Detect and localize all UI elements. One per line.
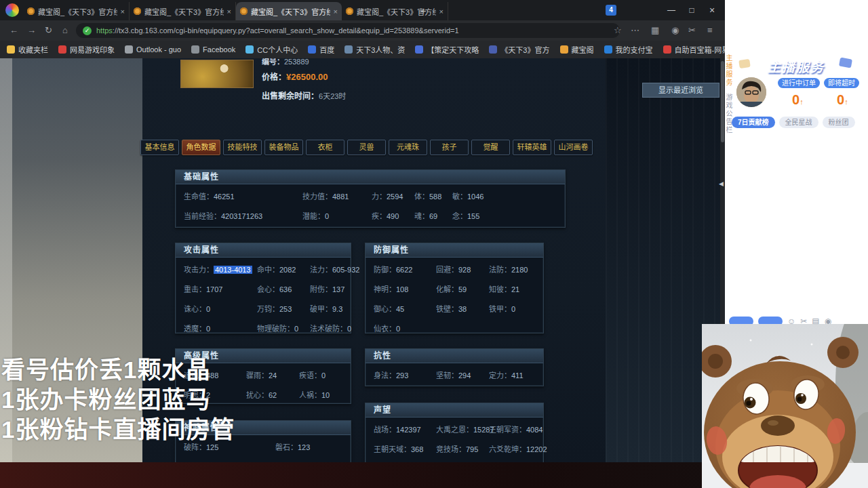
detail-tab[interactable]: 元魂珠 [389, 140, 427, 155]
new-tab-button[interactable]: + [420, 5, 427, 16]
bookmark-star-icon[interactable]: ☆ [614, 25, 622, 35]
tab-close-icon[interactable]: × [334, 7, 338, 16]
bookmark-favicon [58, 45, 66, 54]
browser-tab[interactable]: 藏宝阁_《天下3》官方线下交 × [342, 2, 448, 20]
rank-tabs: 7日贡献榜全民星战粉丝团 [732, 117, 855, 128]
address-bar[interactable]: ✓ https://tx3.cbg.163.com/cgi-bin/equipq… [76, 23, 620, 38]
home-icon[interactable]: ⌂ [62, 25, 68, 35]
attack-stats-panel: 攻击属性 攻击力：4013-4013命中：2082法力：605-932 重击：1… [175, 243, 351, 333]
detail-tab[interactable]: 衣柜 [306, 140, 344, 155]
detail-tab[interactable]: 角色数据 [182, 140, 220, 155]
apps-grid-icon[interactable]: ▦ [651, 25, 659, 35]
stat-cell: 知彼：21 [489, 280, 543, 300]
stat-cell: 磐石：123 [275, 438, 351, 458]
bookmark-item[interactable]: Outlook - guo [125, 44, 181, 55]
back-icon[interactable]: ← [9, 25, 18, 35]
rank-tab[interactable]: 7日贡献榜 [732, 117, 775, 128]
bookmark-item[interactable]: 收藏夹栏 [7, 44, 48, 55]
bookmark-favicon [245, 45, 254, 54]
window-close-button[interactable]: × [702, 0, 722, 20]
detail-tab[interactable]: 装备物品 [264, 140, 303, 155]
stat-cell: 破甲：9.3 [310, 300, 359, 319]
detail-tab[interactable]: 孩子 [430, 140, 469, 155]
sidebar-collapse-icon[interactable]: ◀ [719, 180, 724, 187]
menu-icon[interactable]: ≡ [707, 25, 713, 35]
sidebar-vertical-tabs: 主播服务游戏公告栏 [725, 54, 734, 134]
bookmark-label: 藏宝阁 [572, 44, 594, 55]
tab-close-icon[interactable]: × [121, 7, 125, 16]
stat-cell: 扰心：62 [246, 386, 299, 405]
bookmark-item[interactable]: 【策定天下攻略 [415, 44, 479, 55]
stat-cell: 魂：69 [414, 207, 452, 226]
stream-caption-overlay: 看号估价丢1颗水晶1张办卡粉丝团蓝马1张粉钻卡直播间房管 [1, 355, 235, 445]
tab-close-icon[interactable]: × [227, 7, 231, 16]
tab-close-icon[interactable]: × [439, 7, 443, 16]
window-minimize-button[interactable]: — [661, 0, 682, 20]
bookmark-item[interactable]: Facebook [191, 44, 235, 55]
detail-tab[interactable]: 山河画卷 [554, 140, 593, 155]
bookmark-label: CC个人中心 [257, 44, 298, 55]
character-portrait [180, 60, 254, 88]
browser-tab-strip: 藏宝阁_《天下3》官方线下交 × 藏宝阁_《天下3》官方线下交 × 藏宝阁_《天… [0, 0, 725, 20]
bookmark-favicon [191, 45, 199, 54]
browser-logo-icon[interactable] [5, 3, 19, 17]
forward-icon[interactable]: → [27, 25, 36, 35]
bookmark-label: 自助百宝箱-网易 [675, 44, 730, 55]
bookmark-item[interactable]: 《天下3》官方 [489, 44, 549, 55]
extension-badge[interactable]: 4 [606, 5, 616, 16]
streamer-avatar[interactable] [736, 77, 766, 107]
bookmark-item[interactable]: 藏宝阁 [560, 44, 594, 55]
stat-cell: 竞技场：795 [436, 440, 489, 460]
bookmark-item[interactable]: 自助百宝箱-网易 [663, 44, 730, 55]
security-check-icon[interactable]: ✓ [83, 26, 92, 35]
timeout-count: 0↑ [837, 92, 848, 108]
screen: 藏宝阁_《天下3》官方线下交 × 藏宝阁_《天下3》官方线下交 × 藏宝阁_《天… [0, 0, 868, 488]
rank-tab[interactable]: 粉丝团 [823, 117, 855, 128]
stat-cell: 王朝军资：4084 [489, 420, 547, 440]
anchor-service-title: 主播服务 [768, 57, 825, 75]
sidebar-vertical-tab[interactable]: 游戏公告栏 [725, 94, 734, 134]
ongoing-orders-count: 0↑ [792, 92, 804, 108]
stat-cell: 法防：2180 [489, 260, 543, 280]
bookmark-item[interactable]: 百度 [308, 44, 334, 55]
bookmark-item[interactable]: 我的支付宝 [604, 44, 653, 55]
more-actions-icon[interactable]: ⋯ [631, 25, 639, 35]
detail-tab[interactable]: 觉醒 [471, 140, 510, 155]
bookmark-favicon [125, 45, 133, 54]
item-id-line: 编号：253889 [262, 58, 309, 66]
target-icon[interactable]: ◉ [671, 25, 679, 35]
ongoing-orders-button[interactable]: 进行中订单 [778, 78, 820, 88]
browser-tab[interactable]: 藏宝阁_《天下3》官方线下交 × [23, 2, 130, 20]
rank-tab[interactable]: 全民星战 [779, 117, 818, 128]
reload-icon[interactable]: ↻ [45, 25, 52, 35]
cartoon-bear-illustration [702, 324, 868, 488]
stat-cell: 化解：59 [436, 280, 489, 300]
detail-tab[interactable]: 轩辕英雄 [513, 140, 551, 155]
caption-line: 看号估价丢1颗水晶 [1, 355, 235, 385]
bookmark-label: 百度 [319, 44, 334, 55]
stat-cell: 疾：490 [372, 207, 414, 226]
browser-tabs: 藏宝阁_《天下3》官方线下交 × 藏宝阁_《天下3》官方线下交 × 藏宝阁_《天… [23, 2, 448, 20]
window-maximize-button[interactable]: □ [682, 0, 702, 20]
bookmark-item[interactable]: CC个人中心 [245, 44, 298, 55]
sidebar-vertical-tab[interactable]: 主播服务 [725, 54, 734, 87]
browser-tab[interactable]: 藏宝阁_《天下3》官方线下交 × [236, 2, 342, 20]
caption-line: 1张粉钻卡直播间房管 [1, 415, 235, 445]
tab-title: 藏宝阁_《天下3》官方线下交 [144, 6, 224, 17]
resist-stats-panel: 抗性 身法：293坚韧：294定力：411 [365, 348, 544, 386]
stat-cell: 仙衣：0 [374, 319, 436, 339]
detail-tab[interactable]: 基本信息 [140, 140, 179, 155]
bookmark-label: 《天下3》官方 [500, 44, 549, 55]
detail-tab[interactable]: 灵兽 [347, 140, 386, 155]
panel-title: 抗性 [366, 349, 543, 363]
detail-tab[interactable]: 技能特技 [223, 140, 262, 155]
browser-tab[interactable]: 藏宝阁_《天下3》官方线下交 × [130, 2, 236, 20]
screenshot-icon[interactable]: ✂ [688, 25, 696, 35]
timeout-soon-button[interactable]: 即将超时 [824, 78, 859, 88]
bookmark-label: Facebook [203, 45, 235, 54]
show-recent-button[interactable]: 显示最近浏览 [642, 83, 719, 98]
bookmark-item[interactable]: 天下3人物、资 [344, 44, 405, 55]
stat-cell: 御心：45 [374, 300, 436, 319]
stat-cell: 命中：2082 [257, 260, 310, 280]
bookmark-item[interactable]: 网易游戏印象 [58, 44, 115, 55]
